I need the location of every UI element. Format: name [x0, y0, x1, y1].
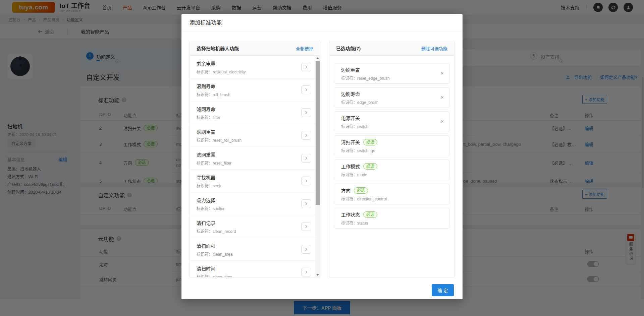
- add-standard-function-modal: 添加标准功能 选择扫地机器人功能 全部选择 剩余电量 标识符：residual_…: [181, 14, 463, 299]
- available-functions-list: 剩余电量 标识符：residual_electricity 滚刷寿命 标识符：r…: [190, 56, 315, 277]
- function-item-suction: 吸力选择 标识符：suction: [190, 192, 315, 215]
- selected-item-direction-control: 方向必选 标识符：direction_control: [335, 184, 449, 204]
- function-item-clean-record: 清扫记录 标识符：clean_record: [190, 215, 315, 238]
- selected-functions-list: 边刷重置 标识符：reset_edge_brush × 边刷寿命 标识符：edg…: [329, 56, 454, 277]
- selected-item-reset-edge-brush: 边刷重置 标识符：reset_edge_brush ×: [335, 63, 449, 84]
- required-badge: 必选: [354, 187, 368, 194]
- list-scrollbar[interactable]: [315, 56, 320, 277]
- add-item-chevron-button[interactable]: [301, 85, 311, 94]
- scrollbar-thumb[interactable]: [316, 61, 320, 205]
- function-item-residual-electricity: 剩余电量 标识符：residual_electricity: [190, 56, 315, 78]
- add-item-chevron-button[interactable]: [301, 199, 311, 208]
- add-item-chevron-button[interactable]: [301, 177, 311, 185]
- required-badge: 必选: [363, 163, 377, 170]
- selected-item-mode: 工作模式必选 标识符：mode: [335, 160, 449, 180]
- remove-item-close-icon[interactable]: ×: [441, 119, 444, 124]
- selected-item-edge-brush: 边刷寿命 标识符：edge_brush ×: [335, 87, 449, 108]
- modal-header: 添加标准功能: [181, 14, 463, 30]
- remove-optional-link[interactable]: 删除可选功能: [421, 45, 447, 52]
- selected-item-switch-go: 清扫开关必选 标识符：switch_go: [335, 135, 449, 156]
- modal-title: 添加标准功能: [190, 18, 222, 26]
- remove-item-close-icon[interactable]: ×: [441, 95, 444, 100]
- selected-panel-title: 已选功能(7): [336, 45, 361, 52]
- select-all-link[interactable]: 全部选择: [296, 45, 313, 52]
- required-badge: 必选: [363, 211, 377, 218]
- function-item-filter: 滤网寿命 标识符：filter: [190, 101, 315, 124]
- required-badge: 必选: [363, 139, 377, 145]
- add-item-chevron-button[interactable]: [301, 222, 311, 231]
- available-panel-title: 选择扫地机器人功能: [197, 45, 239, 52]
- function-item-reset-filter: 滤网重置 标识符：reset_filter: [190, 147, 315, 170]
- add-item-chevron-button[interactable]: [301, 268, 311, 276]
- function-item-seek: 寻找机器 标识符：seek: [190, 170, 315, 192]
- add-item-chevron-button[interactable]: [301, 245, 311, 254]
- function-item-clean-time: 清扫时间 标识符：clean_time: [190, 261, 315, 277]
- add-item-chevron-button[interactable]: [301, 63, 311, 71]
- add-item-chevron-button[interactable]: [301, 154, 311, 163]
- available-functions-panel: 选择扫地机器人功能 全部选择 剩余电量 标识符：residual_electri…: [190, 41, 320, 277]
- modal-footer: 确 定: [181, 282, 463, 299]
- scroll-down-icon[interactable]: [315, 272, 320, 277]
- selected-item-switch: 电源开关 标识符：switch ×: [335, 111, 449, 132]
- confirm-button[interactable]: 确 定: [432, 284, 454, 296]
- remove-item-close-icon[interactable]: ×: [441, 71, 444, 76]
- selected-functions-panel: 已选功能(7) 删除可选功能 边刷重置 标识符：reset_edge_brush…: [329, 41, 454, 277]
- add-item-chevron-button[interactable]: [301, 131, 311, 140]
- scroll-up-icon[interactable]: [315, 56, 320, 60]
- function-item-clean-area: 清扫面积 标识符：clean_area: [190, 238, 315, 261]
- function-item-roll-brush: 滚刷寿命 标识符：roll_brush: [190, 78, 315, 101]
- add-item-chevron-button[interactable]: [301, 108, 311, 117]
- selected-item-status: 工作状态必选 标识符：status: [335, 208, 449, 229]
- function-item-reset-roll-brush: 滚刷重置 标识符：reset_roll_brush: [190, 124, 315, 147]
